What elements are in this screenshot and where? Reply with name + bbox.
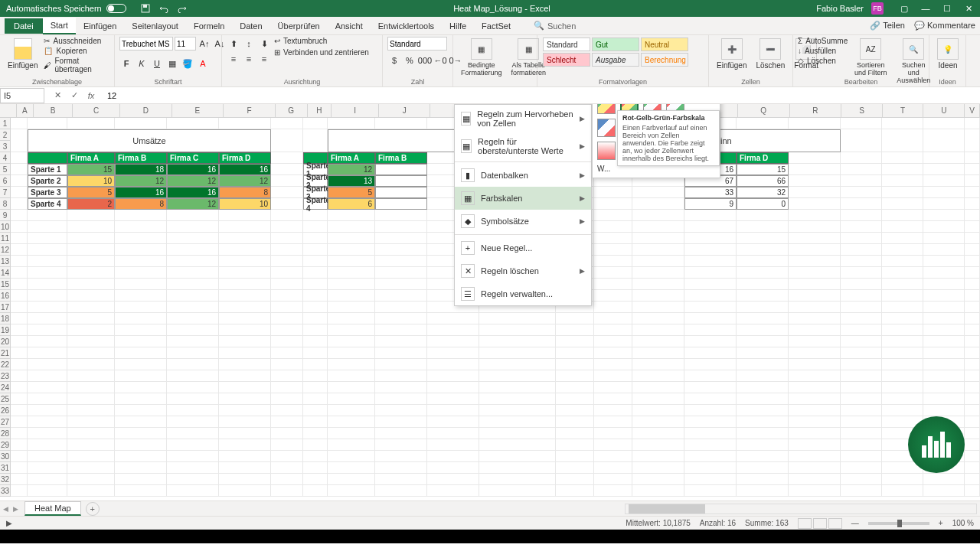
cell-A14[interactable] [11, 267, 28, 279]
cell-G8[interactable] [271, 198, 303, 210]
cell-I26[interactable] [328, 405, 375, 416]
cell-Q17[interactable] [737, 302, 789, 313]
cell-P19[interactable] [684, 324, 737, 336]
cell-S13[interactable] [841, 256, 882, 267]
cell-T21[interactable] [882, 347, 923, 359]
cell-V26[interactable] [965, 405, 980, 416]
delete-cells-button[interactable]: ➖Löschen [753, 37, 788, 71]
cell-H27[interactable] [303, 416, 328, 428]
cell-V15[interactable] [965, 279, 980, 290]
cell-R23[interactable] [789, 370, 841, 382]
cell-H25[interactable] [303, 393, 328, 405]
row-header-12[interactable]: 12 [0, 244, 11, 256]
cell-T11[interactable] [882, 233, 923, 244]
cell-A9[interactable] [11, 210, 28, 221]
cell-U16[interactable] [923, 290, 965, 302]
cell-D1[interactable] [115, 118, 167, 129]
cell-B14[interactable] [28, 267, 67, 279]
cell-B28[interactable] [28, 428, 67, 439]
wrap-text-button[interactable]: ↩ Textumbruch [274, 37, 369, 45]
cell-C26[interactable] [67, 405, 115, 416]
cell-G1[interactable] [271, 118, 303, 129]
row-header-24[interactable]: 24 [0, 382, 11, 393]
name-box[interactable]: I5 [0, 88, 44, 103]
cell-R30[interactable] [789, 451, 841, 462]
align-top-icon[interactable]: ⬆ [227, 37, 240, 51]
cell-D26[interactable] [115, 405, 167, 416]
cell-R12[interactable] [789, 244, 841, 256]
cell-C14[interactable] [67, 267, 115, 279]
cell-E10[interactable] [167, 221, 219, 233]
cell-A5[interactable] [11, 164, 28, 175]
cell-R14[interactable] [789, 267, 841, 279]
cell-O27[interactable] [632, 416, 684, 428]
cell-S24[interactable] [841, 382, 882, 393]
cell-U17[interactable] [923, 302, 965, 313]
cell-E19[interactable] [167, 324, 219, 336]
cell-O7[interactable] [632, 187, 684, 198]
cell-I15[interactable] [328, 279, 375, 290]
cell-C10[interactable] [67, 221, 115, 233]
cell-I29[interactable] [328, 439, 375, 451]
row-header-4[interactable]: 4 [0, 152, 11, 164]
cell-H8[interactable]: Sparte 4 [303, 198, 328, 210]
cell-N19[interactable] [594, 324, 632, 336]
col-header-C[interactable]: C [73, 104, 120, 117]
cell-G26[interactable] [271, 405, 303, 416]
scale-blue-white-red[interactable] [597, 119, 616, 137]
cell-F16[interactable] [219, 290, 271, 302]
cell-O8[interactable] [632, 198, 684, 210]
cell-V6[interactable] [965, 175, 980, 187]
cell-B30[interactable] [28, 451, 67, 462]
cell-S15[interactable] [841, 279, 882, 290]
row-header-29[interactable]: 29 [0, 439, 11, 451]
cell-P8[interactable]: 9 [684, 198, 737, 210]
add-sheet-button[interactable]: + [86, 502, 100, 516]
cell-G33[interactable] [271, 485, 303, 497]
cell-O20[interactable] [632, 336, 684, 347]
menu-color-scales[interactable]: ▦Farbskalen▶ [455, 187, 591, 210]
style-ausgabe[interactable]: Ausgabe [592, 53, 639, 67]
formula-input[interactable] [104, 88, 980, 103]
row-header-1[interactable]: 1 [0, 118, 11, 129]
cell-T23[interactable] [882, 370, 923, 382]
cell-Q11[interactable] [737, 233, 789, 244]
cell-M33[interactable] [556, 485, 594, 497]
minimize-icon[interactable]: — [920, 3, 931, 14]
cell-E16[interactable] [167, 290, 219, 302]
tab-formeln[interactable]: Formeln [186, 18, 232, 34]
cell-H32[interactable] [303, 474, 328, 485]
cell-B8[interactable]: Sparte 4 [28, 198, 67, 210]
cell-P26[interactable] [684, 405, 737, 416]
cell-N9[interactable] [594, 210, 632, 221]
cell-N23[interactable] [594, 370, 632, 382]
cell-E20[interactable] [167, 336, 219, 347]
cell-S26[interactable] [841, 405, 882, 416]
row-header-3[interactable]: 3 [0, 141, 11, 152]
cell-D32[interactable] [115, 474, 167, 485]
cell-H33[interactable] [303, 485, 328, 497]
cell-R19[interactable] [789, 324, 841, 336]
select-all-corner[interactable] [0, 104, 17, 117]
cell-D20[interactable] [115, 336, 167, 347]
cell-A16[interactable] [11, 290, 28, 302]
cell-E6[interactable]: 12 [167, 175, 219, 187]
cell-L25[interactable] [479, 393, 556, 405]
cell-F29[interactable] [219, 439, 271, 451]
cell-S20[interactable] [841, 336, 882, 347]
cell-P29[interactable] [684, 439, 737, 451]
cell-L28[interactable] [479, 428, 556, 439]
cell-T22[interactable] [882, 359, 923, 370]
col-header-R[interactable]: R [790, 104, 842, 117]
cell-J15[interactable] [375, 279, 427, 290]
align-right-icon[interactable]: ≡ [257, 52, 271, 66]
cell-K25[interactable] [427, 393, 479, 405]
cell-N15[interactable] [594, 279, 632, 290]
sheet-nav-prev-icon[interactable]: ◀ [3, 505, 8, 513]
cell-J26[interactable] [375, 405, 427, 416]
cell-O24[interactable] [632, 382, 684, 393]
cell-F32[interactable] [219, 474, 271, 485]
cell-I22[interactable] [328, 359, 375, 370]
row-header-31[interactable]: 31 [0, 462, 11, 474]
cell-U24[interactable] [923, 382, 965, 393]
